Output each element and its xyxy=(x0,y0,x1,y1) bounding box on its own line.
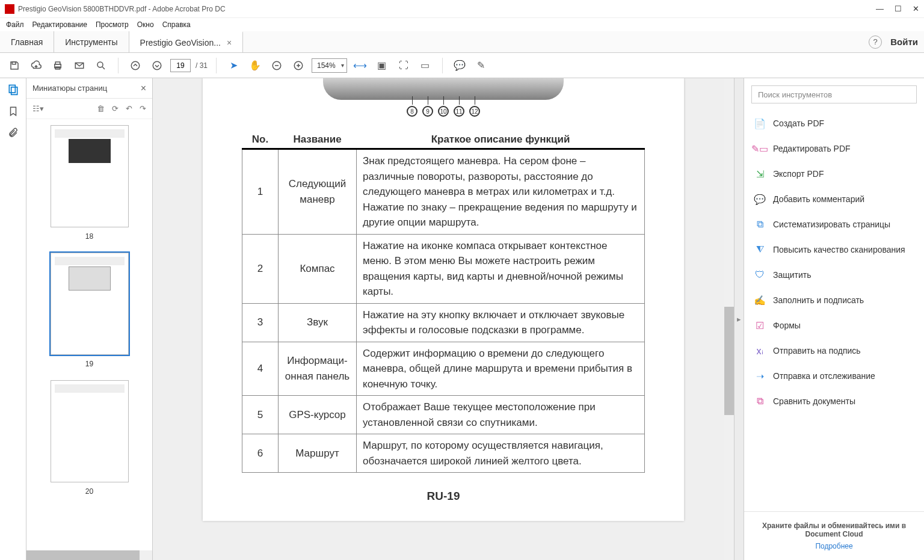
cloud-upload-icon[interactable] xyxy=(28,57,45,74)
svg-rect-11 xyxy=(11,87,17,95)
tab-home[interactable]: Главная xyxy=(0,31,54,52)
tool-item-label: Экспорт PDF xyxy=(773,169,824,179)
tool-item[interactable]: ✍Заполнить и подписать xyxy=(744,288,924,313)
page-number-input[interactable] xyxy=(170,59,191,72)
menu-view[interactable]: Просмотр xyxy=(96,20,129,29)
tool-item-icon: ✍ xyxy=(754,294,766,306)
rotate-page-icon[interactable]: ⟳ xyxy=(112,104,119,113)
table-row: 1Следующий маневрЗнак предстоящего манев… xyxy=(242,149,645,235)
thumbnail-20[interactable] xyxy=(51,380,129,482)
menu-help[interactable]: Справка xyxy=(162,20,191,29)
zoom-in-icon[interactable] xyxy=(290,57,307,74)
fullscreen-icon[interactable]: ⛶ xyxy=(395,57,412,74)
table-row: 3ЗвукНажатие на эту кнопку включает и от… xyxy=(242,303,645,342)
maximize-button[interactable]: ☐ xyxy=(895,4,902,13)
read-mode-icon[interactable]: ▭ xyxy=(417,57,434,74)
page-down-icon[interactable] xyxy=(149,57,165,74)
thumbnail-19[interactable] xyxy=(51,253,129,355)
th-name: Название xyxy=(279,131,357,149)
right-panel-footer: Храните файлы и обменивайтесь ими в Docu… xyxy=(744,511,924,560)
main: Миниатюры страниц × ☷▾ 🗑 ⟳ ↶ ↷ 18 19 20 … xyxy=(0,78,924,560)
cell-desc: Содержит информацию о времени до следующ… xyxy=(357,342,645,396)
thumbnails-tools: ☷▾ 🗑 ⟳ ↶ ↷ xyxy=(26,99,152,119)
print-icon[interactable] xyxy=(49,57,66,74)
bookmark-icon[interactable] xyxy=(7,105,20,118)
cell-no: 5 xyxy=(242,396,279,434)
tool-item[interactable]: ☑Формы xyxy=(744,313,924,338)
menu-window[interactable]: Окно xyxy=(137,20,154,29)
titlebar: Prestigio GeoVision 5800BTHDDVR.pdf - Ad… xyxy=(0,0,924,18)
tab-document[interactable]: Prestigio GeoVision... × xyxy=(129,31,244,52)
search-icon[interactable] xyxy=(93,57,109,74)
cell-no: 6 xyxy=(242,434,279,473)
options-icon[interactable]: ☷▾ xyxy=(32,104,44,113)
thumbnails-icon[interactable] xyxy=(7,83,20,96)
thumbnails-list[interactable]: 18 19 20 xyxy=(26,119,152,550)
thumbnail-num-18: 18 xyxy=(26,232,152,241)
tool-item[interactable]: xᵢОтправить на подпись xyxy=(744,338,924,363)
svg-point-7 xyxy=(153,61,161,70)
tab-tools[interactable]: Инструменты xyxy=(54,31,129,52)
page-up-icon[interactable] xyxy=(127,57,144,74)
zoom-select[interactable]: 154% xyxy=(312,58,347,73)
login-button[interactable]: Войти xyxy=(890,37,918,47)
tool-item-label: Редактировать PDF xyxy=(773,144,851,153)
save-icon[interactable] xyxy=(6,57,23,74)
tools-search-input[interactable]: Поиск инструментов xyxy=(751,85,917,103)
tool-item-label: Систематизировать страницы xyxy=(773,220,890,229)
close-button[interactable]: ✕ xyxy=(913,4,919,13)
tool-item[interactable]: 🛡Защитить xyxy=(744,262,924,288)
comment-icon[interactable]: 💬 xyxy=(451,57,468,74)
footer-more-link[interactable]: Подробнее xyxy=(751,542,917,550)
tool-item[interactable]: ✎▭Редактировать PDF xyxy=(744,136,924,161)
tool-item-label: Добавить комментарий xyxy=(773,194,864,204)
mail-icon[interactable] xyxy=(71,57,88,74)
minimize-button[interactable]: — xyxy=(876,4,884,13)
fit-width-icon[interactable]: ⟷ xyxy=(352,57,369,74)
callout-pins: 8 9 10 11 12 xyxy=(215,106,672,117)
zoom-out-icon[interactable] xyxy=(268,57,285,74)
tool-item-label: Отправка и отслеживание xyxy=(773,371,875,381)
page-footer-number: RU-19 xyxy=(215,490,672,503)
tool-item-label: Защитить xyxy=(773,270,812,280)
pdf-page: 8 9 10 11 12 No. Название Краткое описан… xyxy=(203,78,684,521)
tool-item[interactable]: 📄Создать PDF xyxy=(744,111,924,136)
menu-edit[interactable]: Редактирование xyxy=(32,20,87,29)
svg-rect-2 xyxy=(55,62,60,64)
tool-item[interactable]: ⧨Повысить качество сканирования xyxy=(744,237,924,262)
attachment-icon[interactable] xyxy=(7,126,20,140)
tool-item[interactable]: ⧉Систематизировать страницы xyxy=(744,212,924,237)
highlight-icon[interactable]: ✎ xyxy=(473,57,490,74)
tool-item-icon: ⧉ xyxy=(754,218,766,230)
help-icon[interactable]: ? xyxy=(869,35,882,49)
tool-item[interactable]: ⧉Сравнить документы xyxy=(744,389,924,414)
hand-tool-icon[interactable]: ✋ xyxy=(247,57,263,74)
tool-item[interactable]: 💬Добавить комментарий xyxy=(744,186,924,212)
tool-item-icon: xᵢ xyxy=(754,345,766,357)
select-tool-icon[interactable]: ➤ xyxy=(225,57,242,74)
tool-item-label: Создать PDF xyxy=(773,118,824,128)
document-area[interactable]: 8 9 10 11 12 No. Название Краткое описан… xyxy=(153,78,734,560)
menubar: Файл Редактирование Просмотр Окно Справк… xyxy=(0,18,924,31)
thumbnail-18[interactable] xyxy=(51,125,129,227)
cell-desc: Нажатие на иконке компаса открывает конт… xyxy=(357,234,645,303)
redo-icon[interactable]: ↷ xyxy=(140,104,146,113)
table-row: 4Информаци­онная панельСодержит информац… xyxy=(242,342,645,396)
undo-icon[interactable]: ↶ xyxy=(126,104,132,113)
cell-name: Следующий маневр xyxy=(279,149,357,235)
window-title: Prestigio GeoVision 5800BTHDDVR.pdf - Ad… xyxy=(18,5,876,13)
fit-page-icon[interactable]: ▣ xyxy=(374,57,390,74)
tool-item[interactable]: ➝Отправка и отслеживание xyxy=(744,363,924,389)
doc-v-scrollbar[interactable] xyxy=(724,78,734,560)
tab-close-icon[interactable]: × xyxy=(227,38,232,48)
delete-page-icon[interactable]: 🗑 xyxy=(97,104,105,113)
right-panel-toggle[interactable]: ▸ xyxy=(734,78,744,560)
close-panel-icon[interactable]: × xyxy=(141,83,146,94)
tabbar: Главная Инструменты Prestigio GeoVision.… xyxy=(0,31,924,53)
thumb-h-scrollbar[interactable] xyxy=(26,550,152,560)
tool-item[interactable]: ⇲Экспорт PDF xyxy=(744,161,924,186)
thumbnail-num-19: 19 xyxy=(26,360,152,368)
tool-item-icon: ⇲ xyxy=(754,168,766,180)
menu-file[interactable]: Файл xyxy=(6,20,24,29)
tool-item-icon: ⧨ xyxy=(754,244,766,256)
